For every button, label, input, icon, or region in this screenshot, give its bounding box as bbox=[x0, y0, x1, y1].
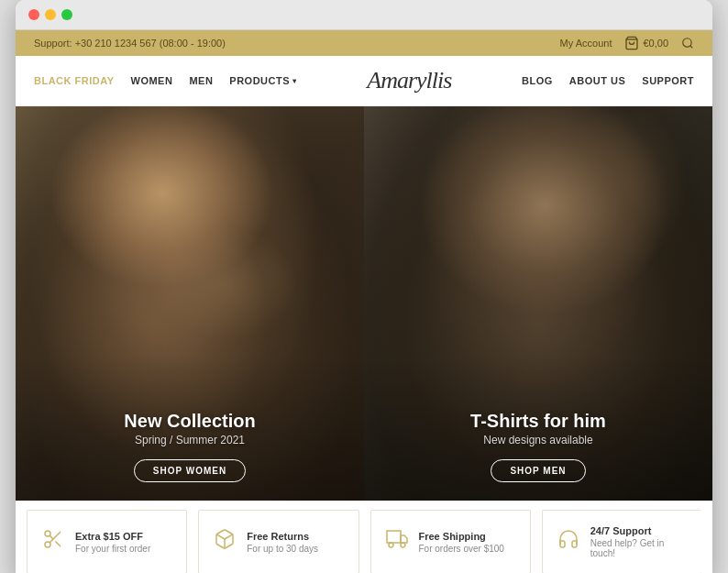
nav-blog[interactable]: BLOG bbox=[522, 75, 553, 86]
nav-about-us[interactable]: ABOUT US bbox=[569, 75, 625, 86]
cart-icon bbox=[624, 36, 639, 50]
brand-logo[interactable]: Amaryllis bbox=[367, 67, 451, 94]
main-nav: BLACK FRIDAY WOMEN MEN PRODUCTS ▾ Amaryl… bbox=[16, 56, 712, 106]
svg-point-11 bbox=[389, 543, 393, 547]
hero-right-overlay: T-Shirts for him New designs available S… bbox=[364, 356, 712, 501]
truck-icon bbox=[384, 528, 410, 556]
nav-left: BLACK FRIDAY WOMEN MEN PRODUCTS ▾ bbox=[34, 75, 297, 86]
hero-right-title: T-Shirts for him bbox=[382, 411, 694, 432]
shop-women-button[interactable]: SHOP WOMEN bbox=[134, 459, 246, 482]
svg-line-6 bbox=[55, 541, 61, 546]
top-bar-right: My Account €0,00 bbox=[560, 36, 694, 50]
feature-support-title: 24/7 Support bbox=[590, 525, 689, 536]
nav-right: BLOG ABOUT US SUPPORT bbox=[522, 75, 694, 86]
feature-support-text: 24/7 Support Need help? Get in touch! bbox=[590, 525, 689, 558]
maximize-button[interactable] bbox=[61, 9, 72, 20]
hero-left-title: New Collection bbox=[34, 411, 346, 432]
support-phone: +30 210 1234 567 (08:00 - 19:00) bbox=[75, 38, 226, 49]
chevron-down-icon: ▾ bbox=[292, 77, 297, 85]
feature-discount: Extra $15 OFF For your first order bbox=[27, 510, 187, 573]
svg-point-1 bbox=[683, 39, 691, 47]
feature-returns-text: Free Returns For up to 30 days bbox=[247, 531, 318, 554]
search-icon[interactable] bbox=[681, 37, 694, 50]
svg-point-4 bbox=[45, 542, 50, 547]
feature-shipping-desc: For orders over $100 bbox=[419, 544, 504, 554]
svg-line-2 bbox=[690, 46, 693, 49]
nav-black-friday[interactable]: BLACK FRIDAY bbox=[34, 75, 115, 86]
scissors-icon bbox=[40, 528, 66, 556]
feature-returns-title: Free Returns bbox=[247, 531, 318, 542]
feature-discount-text: Extra $15 OFF For your first order bbox=[75, 531, 150, 554]
feature-discount-desc: For your first order bbox=[75, 544, 150, 554]
headset-icon bbox=[556, 528, 581, 556]
nav-support[interactable]: SUPPORT bbox=[642, 75, 694, 86]
svg-point-12 bbox=[401, 543, 405, 547]
feature-shipping: Free Shipping For orders over $100 bbox=[370, 510, 531, 573]
feature-returns-desc: For up to 30 days bbox=[247, 544, 318, 554]
support-info: Support: +30 210 1234 567 (08:00 - 19:00… bbox=[34, 38, 226, 49]
my-account-link[interactable]: My Account bbox=[560, 38, 612, 49]
svg-rect-9 bbox=[387, 531, 401, 543]
nav-women[interactable]: WOMEN bbox=[131, 75, 173, 86]
feature-support: 24/7 Support Need help? Get in touch! bbox=[542, 510, 701, 573]
browser-chrome bbox=[16, 0, 712, 30]
feature-discount-title: Extra $15 OFF bbox=[75, 531, 150, 542]
shop-men-button[interactable]: SHOP MEN bbox=[491, 459, 585, 482]
feature-bar: Extra $15 OFF For your first order Free … bbox=[16, 501, 712, 573]
hero-left-subtitle: Spring / Summer 2021 bbox=[34, 434, 346, 446]
hero-panel-right: T-Shirts for him New designs available S… bbox=[364, 106, 712, 501]
nav-products[interactable]: PRODUCTS ▾ bbox=[229, 75, 296, 86]
feature-shipping-text: Free Shipping For orders over $100 bbox=[419, 531, 504, 554]
feature-returns: Free Returns For up to 30 days bbox=[198, 510, 358, 573]
feature-support-desc: Need help? Get in touch! bbox=[590, 538, 689, 558]
minimize-button[interactable] bbox=[45, 9, 56, 20]
cart-price: €0,00 bbox=[643, 38, 668, 49]
svg-line-7 bbox=[50, 535, 53, 539]
browser-window: Support: +30 210 1234 567 (08:00 - 19:00… bbox=[16, 0, 712, 573]
hero-panel-left: New Collection Spring / Summer 2021 SHOP… bbox=[16, 106, 364, 501]
hero-right-subtitle: New designs available bbox=[382, 434, 694, 446]
cart-wrapper[interactable]: €0,00 bbox=[624, 36, 668, 50]
hero-section: New Collection Spring / Summer 2021 SHOP… bbox=[16, 106, 712, 501]
nav-men[interactable]: MEN bbox=[189, 75, 213, 86]
box-icon bbox=[212, 528, 237, 556]
close-button[interactable] bbox=[28, 9, 39, 20]
svg-marker-10 bbox=[401, 535, 407, 543]
feature-shipping-title: Free Shipping bbox=[419, 531, 504, 542]
support-label: Support: bbox=[34, 38, 72, 49]
top-bar: Support: +30 210 1234 567 (08:00 - 19:00… bbox=[16, 30, 712, 56]
hero-left-overlay: New Collection Spring / Summer 2021 SHOP… bbox=[16, 356, 364, 501]
svg-point-3 bbox=[45, 531, 50, 536]
